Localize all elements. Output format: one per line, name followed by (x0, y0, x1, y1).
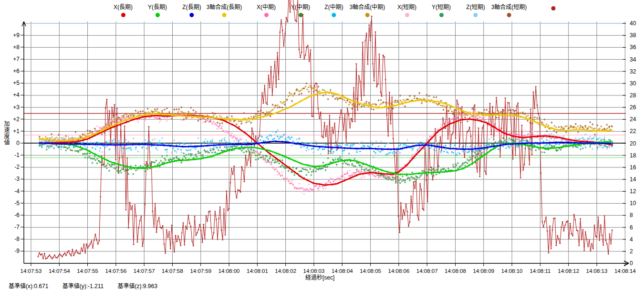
x-tick-label: 14:07:58 (162, 268, 183, 274)
y-right-tick-label: 6 (630, 224, 633, 231)
series-markers-7 (39, 85, 613, 143)
series-markers-10 (39, 129, 613, 158)
x-tick-label: 14:08:01 (247, 268, 268, 274)
x-tick-label: 14:08:12 (558, 268, 579, 274)
x-tick-label: 14:08:08 (445, 268, 466, 274)
series-markers-8 (39, 110, 613, 195)
x-tick-label: 14:07:54 (49, 268, 70, 274)
y-left-tick-label: -6 (14, 212, 20, 218)
axes: +9+8+7+6+5+4+3+2+10-1-2-3-4-5-6-7-8-9403… (13, 20, 636, 274)
y-left-tick-label: +4 (13, 92, 20, 98)
legend-item-8: X(短期) (397, 4, 416, 19)
series-line-3 (40, 92, 611, 141)
y-right-tick-label: 32 (630, 68, 636, 75)
x-tick-label: 14:08:11 (530, 268, 551, 274)
series-line-2 (40, 141, 611, 149)
x-tick-label: 14:07:59 (190, 268, 211, 274)
y-left-tick-label: -4 (14, 188, 20, 195)
x-tick-label: 14:08:09 (473, 268, 494, 274)
y-left-tick-label: +6 (13, 68, 20, 74)
y-right-tick-label: 16 (630, 164, 636, 171)
x-tick-label: 14:07:57 (134, 268, 155, 274)
legend-item-6: Z(中期) (324, 4, 343, 19)
y-left-tick-label: -7 (14, 224, 20, 230)
x-tick-label: 14:08:14 (614, 268, 636, 274)
legend-swatch-icon (473, 13, 478, 17)
accelerometer-chart-app: X(長期)Y(長期)Z(長期)3軸合成(長期)X(中期)Y(中期)Z(中期)3軸… (0, 0, 644, 291)
y-right-tick-label: 26 (630, 104, 636, 111)
series-markers-5 (39, 137, 613, 182)
y-right-tick-label: 18 (630, 152, 636, 159)
x-tick-label: 14:07:56 (105, 268, 127, 274)
y-left-tick-label: 0 (16, 140, 20, 146)
legend-swatch-icon (189, 13, 194, 17)
legend-label: Y(短期) (432, 4, 451, 10)
series-line-markers-0 (39, 114, 613, 186)
legend-label: 3軸合成(中期) (350, 4, 385, 10)
legend-item-7: 3軸合成(中期) (350, 4, 385, 19)
y-left-tick-label: -1 (14, 152, 20, 158)
legend-item-3: 3軸合成(長期) (207, 4, 242, 19)
x-tick-label: 14:08:13 (586, 268, 608, 274)
baseline-lines (24, 23, 626, 157)
series-markers-4 (39, 112, 613, 192)
legend-item-12 (551, 4, 556, 12)
y-right-tick-label: 4 (630, 236, 633, 243)
legend: X(長期)Y(長期)Z(長期)3軸合成(長期)X(中期)Y(中期)Z(中期)3軸… (0, 0, 644, 20)
x-tick-label: 14:08:07 (416, 268, 438, 274)
legend-item-0: X(長期) (114, 4, 133, 19)
x-tick-label: 14:08:04 (332, 268, 353, 274)
y-axis-title: 加速度値 (2, 121, 10, 146)
legend-item-4: X(中期) (257, 4, 276, 19)
legend-label: X(中期) (257, 4, 276, 10)
legend-label: Y(中期) (291, 4, 310, 10)
y-right-tick-label: 28 (630, 92, 636, 99)
y-right-tick-label: 12 (630, 188, 636, 195)
y-left-tick-label: +5 (13, 80, 20, 86)
y-left-tick-label: +2 (13, 116, 20, 123)
x-tick-label: 14:08:02 (275, 268, 296, 274)
chart-plot: +9+8+7+6+5+4+3+2+10-1-2-3-4-5-6-7-8-9403… (0, 0, 644, 291)
legend-item-1: Y(長期) (148, 4, 167, 19)
baseline-x-value: 基準値(x):0.671 (9, 283, 48, 290)
series-markers-11 (39, 83, 613, 146)
y-left-tick-label: -9 (14, 248, 20, 254)
x-tick-label: 14:07:53 (21, 268, 42, 274)
legend-swatch-icon (551, 6, 556, 10)
x-tick-label: 14:08:10 (501, 268, 523, 274)
y-right-tick-label: 2 (630, 248, 633, 255)
y-right-tick-label: 10 (630, 200, 636, 207)
y-right-tick-label: 20 (630, 140, 636, 147)
series-line-0 (40, 115, 611, 185)
y-right-tick-label: 22 (630, 128, 636, 135)
baseline-y-value: 基準値(y):-1.211 (62, 283, 104, 290)
legend-swatch-icon (365, 13, 369, 17)
legend-label: 3軸合成(短期) (491, 4, 527, 10)
y-left-tick-label: +9 (13, 32, 20, 39)
series-line-1 (40, 142, 611, 175)
legend-label: X(長期) (114, 4, 133, 10)
x-tick-label: 14:07:55 (77, 268, 98, 274)
series-markers-9 (39, 137, 613, 184)
y-right-tick-label: 14 (630, 176, 636, 183)
y-left-tick-label: -8 (14, 236, 20, 242)
series-line-markers-2 (39, 140, 613, 150)
legend-item-10: Z(短期) (466, 4, 485, 19)
y-right-tick-label: 0 (630, 260, 633, 267)
y-right-tick-label: 8 (630, 212, 633, 218)
raw-series-line (38, 0, 613, 259)
legend-item-9: Y(短期) (432, 4, 451, 19)
legend-label: Z(短期) (466, 4, 485, 10)
x-axis-line (24, 261, 629, 266)
x-axis-title: 経過秒[sec] (305, 273, 334, 281)
baseline-info: 基準値(x):0.671 基準値(y):-1.211 基準値(z):9.963 (9, 281, 170, 290)
x-tick-label: 14:08:05 (360, 268, 381, 274)
legend-label: X(短期) (397, 4, 416, 10)
legend-swatch-icon (222, 13, 226, 17)
series-layer (37, 0, 613, 260)
grid (24, 21, 626, 263)
y-left-tick-label: -5 (14, 200, 20, 207)
x-tick-label: 14:08:06 (388, 268, 410, 274)
y-right-tick-label: 30 (630, 80, 636, 87)
legend-swatch-icon (405, 13, 409, 17)
